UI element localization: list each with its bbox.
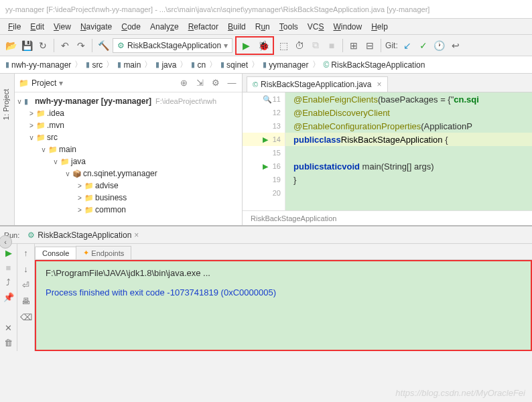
- tree-item[interactable]: v📁main: [15, 143, 242, 155]
- expand-icon[interactable]: v: [15, 98, 24, 105]
- layout-icon[interactable]: ⊞: [347, 39, 360, 52]
- menu-window[interactable]: Window: [329, 21, 366, 33]
- tree-item[interactable]: >📁business: [15, 192, 242, 204]
- code-content[interactable]: @EnableFeignClients(basePackages = {"cn.…: [285, 92, 532, 210]
- restore-icon[interactable]: ⤴: [3, 276, 15, 288]
- hammer-icon[interactable]: 🔨: [96, 39, 110, 52]
- expand-icon[interactable]: v: [39, 146, 48, 153]
- menu-refactor[interactable]: Refactor: [184, 21, 222, 33]
- menu-analyze[interactable]: Analyze: [146, 21, 183, 33]
- gutter-line[interactable]: 19: [243, 173, 285, 186]
- coverage-icon[interactable]: ⬚: [277, 39, 290, 52]
- code-line[interactable]: public class RiskBackStageApplication {: [285, 133, 532, 146]
- code-line[interactable]: }: [285, 173, 532, 186]
- project-tool-tab[interactable]: 1: Project: [2, 89, 10, 120]
- expand-icon[interactable]: >: [75, 194, 84, 202]
- gutter-line[interactable]: 16▶: [243, 159, 285, 173]
- git-update-icon[interactable]: ↙: [401, 39, 414, 52]
- sync-icon[interactable]: ↻: [36, 39, 50, 52]
- tree-item[interactable]: >📁.mvn: [15, 119, 242, 131]
- git-history-icon[interactable]: 🕐: [433, 39, 446, 52]
- open-icon[interactable]: 📂: [4, 39, 17, 52]
- code-line[interactable]: @EnableDiscoveryClient: [285, 106, 532, 119]
- expand-icon[interactable]: v: [51, 158, 60, 165]
- menu-vcs[interactable]: VCS: [304, 21, 328, 33]
- endpoints-tab[interactable]: ✦Endpoints: [76, 246, 131, 259]
- pin-icon[interactable]: 📌: [3, 291, 15, 303]
- profile-icon[interactable]: ⏱: [293, 39, 306, 52]
- run-config-tab[interactable]: RiskBackStageApplication ×: [23, 229, 143, 241]
- layout2-icon[interactable]: ⊟: [363, 39, 377, 52]
- editor-breadcrumb[interactable]: RiskBackStageApplication: [243, 210, 532, 225]
- close-icon[interactable]: ×: [377, 80, 382, 89]
- menu-navigate[interactable]: Navigate: [76, 21, 116, 33]
- gutter-line[interactable]: 11🔍: [243, 92, 285, 106]
- crumb-main[interactable]: ▮main: [116, 60, 142, 70]
- gutter-line[interactable]: 12: [243, 106, 285, 119]
- gutter-line[interactable]: 13: [243, 119, 285, 133]
- code-line[interactable]: @EnableConfigurationProperties(Applicati…: [285, 119, 532, 133]
- editor-tab-active[interactable]: RiskBackStageApplication.java ×: [247, 76, 388, 92]
- crumb-src[interactable]: ▮src: [84, 60, 104, 70]
- hide-icon[interactable]: —: [226, 77, 238, 89]
- debug-button-icon[interactable]: 🐞: [257, 39, 270, 52]
- tree-item[interactable]: v📦cn.sqinet.yymanager: [15, 168, 242, 180]
- close-icon[interactable]: ×: [134, 230, 139, 240]
- tree-item[interactable]: >📁advise: [15, 180, 242, 192]
- console-tab[interactable]: Console: [35, 247, 76, 259]
- crumb-class[interactable]: ©RiskBackStageApplication: [322, 60, 427, 70]
- trash-icon[interactable]: 🗑: [3, 336, 15, 348]
- tree-item[interactable]: >📁.idea: [15, 107, 242, 119]
- wrap-icon[interactable]: ⏎: [20, 279, 32, 291]
- crumb-sqinet[interactable]: ▮sqinet: [219, 60, 249, 70]
- menu-run[interactable]: Run: [251, 21, 274, 33]
- expand-icon[interactable]: >: [27, 122, 36, 129]
- git-commit-icon[interactable]: ✓: [417, 39, 430, 52]
- crumb-root[interactable]: ▮nwh-yy-manager: [4, 60, 72, 70]
- print-icon[interactable]: 🖶: [20, 295, 32, 307]
- target-icon[interactable]: ⊕: [178, 77, 190, 89]
- git-revert-icon[interactable]: ↩: [449, 39, 462, 52]
- code-line[interactable]: public static void main(String[] args): [285, 159, 532, 173]
- run-button-icon[interactable]: ▶: [239, 39, 253, 52]
- expand-icon[interactable]: v: [63, 170, 72, 178]
- code-editor[interactable]: 11🔍121314▶1516▶1920 @EnableFeignClients(…: [243, 92, 532, 210]
- code-line[interactable]: [285, 146, 532, 159]
- code-line[interactable]: @EnableFeignClients(basePackages = {"cn.…: [285, 92, 532, 106]
- crumb-java[interactable]: ▮java: [154, 60, 178, 70]
- tree-item[interactable]: v📁src: [15, 131, 242, 143]
- save-icon[interactable]: 💾: [20, 39, 34, 52]
- crumb-yymanager[interactable]: ▮yymanager: [261, 60, 310, 70]
- menu-edit[interactable]: Edit: [26, 21, 48, 33]
- tree-root[interactable]: v▮ nwh-yy-manager [yy-manager] F:\ideaPr…: [15, 95, 242, 107]
- expand-icon[interactable]: >: [27, 110, 36, 117]
- down-icon[interactable]: ↓: [20, 263, 32, 275]
- expand-icon[interactable]: ⇲: [194, 77, 206, 89]
- menu-tools[interactable]: Tools: [275, 21, 302, 33]
- menu-view[interactable]: View: [50, 21, 75, 33]
- tree-item[interactable]: >📁common: [15, 204, 242, 216]
- gear-icon[interactable]: ⚙: [210, 77, 222, 89]
- crumb-cn[interactable]: ▮cn: [190, 60, 207, 70]
- gutter-line[interactable]: 20: [243, 186, 285, 200]
- code-line[interactable]: [285, 186, 532, 200]
- run-config-selector[interactable]: RiskBackStageApplication ▾: [113, 38, 232, 53]
- expand-icon[interactable]: >: [75, 182, 84, 190]
- close-panel-icon[interactable]: ✕: [3, 322, 15, 334]
- redo-icon[interactable]: ↷: [74, 39, 88, 52]
- gutter-line[interactable]: 14▶: [243, 133, 285, 146]
- console-output[interactable]: F:\ProgramFile\JAVA\jdk1.8\bin\java.exe …: [35, 260, 532, 351]
- project-tree[interactable]: v▮ nwh-yy-manager [yy-manager] F:\ideaPr…: [15, 92, 242, 225]
- menu-build[interactable]: Build: [224, 21, 250, 33]
- up-icon[interactable]: ↑: [20, 247, 32, 259]
- expand-icon[interactable]: >: [75, 206, 84, 214]
- undo-icon[interactable]: ↶: [58, 39, 72, 52]
- menu-code[interactable]: Code: [117, 21, 145, 33]
- stop-icon[interactable]: ■: [325, 39, 338, 52]
- tree-item[interactable]: v📁java: [15, 155, 242, 168]
- gutter-line[interactable]: 15: [243, 146, 285, 159]
- clear-icon[interactable]: ⌫: [20, 311, 32, 323]
- attach-icon[interactable]: ⧉: [309, 39, 322, 52]
- menu-file[interactable]: File: [4, 21, 25, 33]
- stop-icon[interactable]: ■: [3, 261, 15, 273]
